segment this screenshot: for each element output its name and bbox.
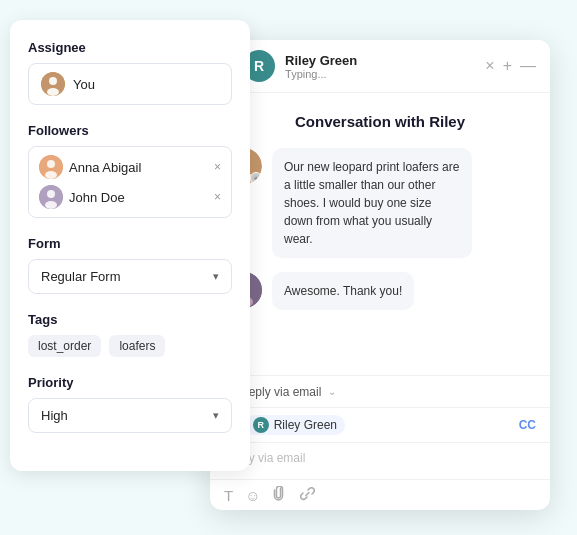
follower-name-john: John Doe	[69, 190, 125, 205]
priority-chevron-icon: ▾	[213, 409, 219, 422]
reply-to-row: To R Riley Green CC	[210, 408, 550, 443]
svg-point-1	[49, 77, 57, 85]
form-value: Regular Form	[41, 269, 120, 284]
chat-header: × R Riley Green Typing... × + —	[210, 40, 550, 93]
priority-section: Priority High ▾	[28, 375, 232, 433]
text-format-icon[interactable]: T	[224, 487, 233, 504]
message-text-2: Awesome. Thank you!	[284, 284, 402, 298]
recipient-avatar: R	[253, 417, 269, 433]
form-label: Form	[28, 236, 232, 251]
priority-value: High	[41, 408, 68, 423]
form-chevron-icon: ▾	[213, 270, 219, 283]
assignee-label: Assignee	[28, 40, 232, 55]
cc-button[interactable]: CC	[519, 418, 536, 432]
followers-box: Anna Abigail × John Doe ×	[28, 146, 232, 218]
riley-badge: +	[250, 172, 262, 184]
reply-section: ✉ Reply via email ⌄ To R Riley Green CC …	[210, 375, 550, 510]
follower-chip-anna: Anna Abigail ×	[39, 155, 221, 179]
message-bubble-1: Our new leopard print loafers are a litt…	[272, 148, 472, 258]
priority-select[interactable]: High ▾	[28, 398, 232, 433]
attachment-icon[interactable]	[273, 486, 288, 504]
svg-point-5	[45, 171, 57, 179]
message-text-1: Our new leopard print loafers are a litt…	[284, 160, 459, 246]
chat-close-x-button[interactable]: ×	[485, 58, 494, 74]
chat-contact-name: Riley Green	[285, 53, 475, 68]
chat-minimize-button[interactable]: —	[520, 58, 536, 74]
tags-label: Tags	[28, 312, 232, 327]
link-icon[interactable]	[300, 486, 315, 504]
reply-header[interactable]: ✉ Reply via email ⌄	[210, 376, 550, 408]
form-section: Form Regular Form ▾	[28, 236, 232, 294]
chat-header-info: Riley Green Typing...	[285, 53, 475, 80]
chat-avatar-initial: R	[254, 58, 264, 74]
message-bubble-2: Awesome. Thank you!	[272, 272, 414, 310]
svg-point-8	[45, 201, 57, 209]
assignee-field[interactable]: You	[28, 63, 232, 105]
priority-label: Priority	[28, 375, 232, 390]
left-panel: Assignee You Followers	[10, 20, 250, 471]
svg-point-2	[47, 88, 59, 96]
remove-anna-button[interactable]: ×	[214, 161, 221, 173]
follower-avatar-john	[39, 185, 63, 209]
chat-add-button[interactable]: +	[503, 58, 512, 74]
tags-section: Tags lost_order loafers	[28, 312, 232, 357]
follower-name-anna: Anna Abigail	[69, 160, 141, 175]
reply-chevron-icon: ⌄	[328, 386, 336, 397]
emoji-icon[interactable]: ☺	[245, 487, 260, 504]
conversation-title: Conversation with Riley	[226, 113, 534, 130]
reply-header-label: Reply via email	[240, 385, 321, 399]
assignee-section: Assignee You	[28, 40, 232, 105]
reply-input-area[interactable]: Reply via email	[210, 443, 550, 479]
tag-loafers[interactable]: loafers	[109, 335, 165, 357]
message-row-2: Awesome. Thank you!	[226, 272, 534, 310]
recipient-name: Riley Green	[274, 418, 337, 432]
tag-lost-order[interactable]: lost_order	[28, 335, 101, 357]
chat-window: × R Riley Green Typing... × + — Conversa…	[210, 40, 550, 510]
recipient-initial: R	[257, 420, 264, 430]
svg-point-7	[47, 190, 55, 198]
recipient-chip[interactable]: R Riley Green	[245, 415, 345, 435]
followers-label: Followers	[28, 123, 232, 138]
followers-section: Followers Anna Abigail ×	[28, 123, 232, 218]
remove-john-button[interactable]: ×	[214, 191, 221, 203]
follower-chip-john: John Doe ×	[39, 185, 221, 209]
form-select[interactable]: Regular Form ▾	[28, 259, 232, 294]
svg-point-4	[47, 160, 55, 168]
chat-body: Conversation with Riley + Our new leopar…	[210, 93, 550, 375]
assignee-avatar	[41, 72, 65, 96]
assignee-value: You	[73, 77, 95, 92]
chat-status: Typing...	[285, 68, 475, 80]
message-row-1: + Our new leopard print loafers are a li…	[226, 148, 534, 258]
reply-toolbar: T ☺	[210, 479, 550, 510]
follower-avatar-anna	[39, 155, 63, 179]
chat-header-actions: × + —	[485, 58, 536, 74]
tags-row: lost_order loafers	[28, 335, 232, 357]
